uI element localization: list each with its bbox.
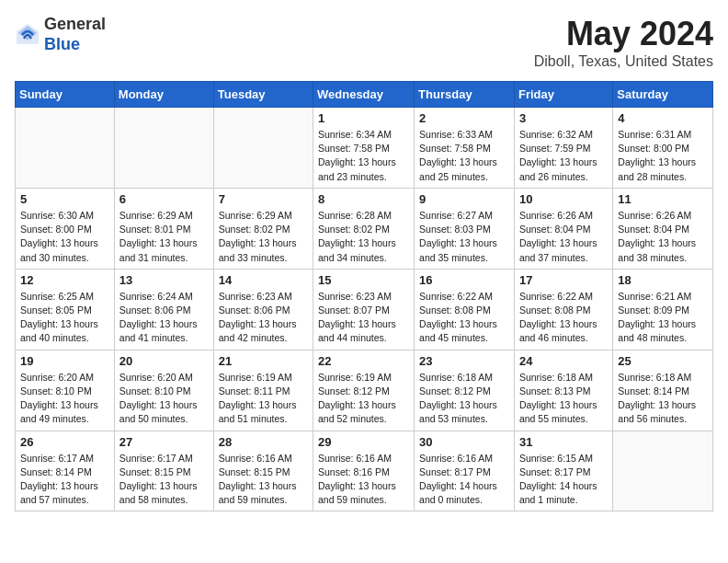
- weekday-header-saturday: Saturday: [613, 82, 713, 108]
- calendar-cell: 10Sunrise: 6:26 AMSunset: 8:04 PMDayligh…: [514, 188, 612, 269]
- day-number: 2: [419, 111, 509, 125]
- calendar-cell: 14Sunrise: 6:23 AMSunset: 8:06 PMDayligh…: [213, 269, 313, 350]
- calendar-cell: 3Sunrise: 6:32 AMSunset: 7:59 PMDaylight…: [514, 108, 612, 189]
- calendar-cell: 11Sunrise: 6:26 AMSunset: 8:04 PMDayligh…: [613, 188, 713, 269]
- day-info: Sunrise: 6:19 AMSunset: 8:11 PMDaylight:…: [219, 371, 308, 427]
- calendar-week-1: 1Sunrise: 6:34 AMSunset: 7:58 PMDaylight…: [16, 108, 713, 189]
- title-block: May 2024 Diboll, Texas, United States: [534, 15, 713, 70]
- calendar-cell: 19Sunrise: 6:20 AMSunset: 8:10 PMDayligh…: [16, 350, 115, 431]
- calendar-cell: 28Sunrise: 6:16 AMSunset: 8:15 PMDayligh…: [213, 431, 313, 511]
- day-number: 24: [519, 354, 608, 368]
- day-info: Sunrise: 6:29 AMSunset: 8:01 PMDaylight:…: [119, 209, 209, 265]
- day-number: 13: [119, 273, 209, 287]
- weekday-header-row: SundayMondayTuesdayWednesdayThursdayFrid…: [16, 82, 713, 108]
- day-number: 17: [519, 273, 608, 287]
- day-info: Sunrise: 6:33 AMSunset: 7:58 PMDaylight:…: [419, 128, 509, 184]
- day-number: 11: [618, 192, 708, 206]
- day-info: Sunrise: 6:22 AMSunset: 8:08 PMDaylight:…: [519, 290, 608, 346]
- day-number: 20: [119, 354, 209, 368]
- page-header: General Blue May 2024 Diboll, Texas, Uni…: [15, 15, 713, 70]
- day-number: 7: [219, 192, 308, 206]
- day-info: Sunrise: 6:18 AMSunset: 8:13 PMDaylight:…: [519, 371, 608, 427]
- day-number: 28: [219, 435, 308, 449]
- day-number: 3: [519, 111, 608, 125]
- day-info: Sunrise: 6:16 AMSunset: 8:15 PMDaylight:…: [219, 452, 308, 508]
- day-number: 8: [318, 192, 409, 206]
- day-info: Sunrise: 6:20 AMSunset: 8:10 PMDaylight:…: [20, 371, 109, 427]
- day-number: 30: [419, 435, 509, 449]
- day-info: Sunrise: 6:18 AMSunset: 8:12 PMDaylight:…: [419, 371, 509, 427]
- logo-text: General Blue: [44, 15, 106, 54]
- day-info: Sunrise: 6:31 AMSunset: 8:00 PMDaylight:…: [618, 128, 708, 184]
- day-info: Sunrise: 6:32 AMSunset: 7:59 PMDaylight:…: [519, 128, 608, 184]
- calendar-cell: 16Sunrise: 6:22 AMSunset: 8:08 PMDayligh…: [415, 269, 515, 350]
- day-number: 25: [618, 354, 708, 368]
- day-info: Sunrise: 6:21 AMSunset: 8:09 PMDaylight:…: [618, 290, 708, 346]
- calendar-cell: [613, 431, 713, 511]
- location: Diboll, Texas, United States: [534, 53, 713, 70]
- calendar-week-3: 12Sunrise: 6:25 AMSunset: 8:05 PMDayligh…: [16, 269, 713, 350]
- day-number: 31: [519, 435, 608, 449]
- calendar-cell: [114, 108, 213, 189]
- day-number: 26: [20, 435, 109, 449]
- day-number: 23: [419, 354, 509, 368]
- calendar-cell: 9Sunrise: 6:27 AMSunset: 8:03 PMDaylight…: [415, 188, 515, 269]
- calendar-table: SundayMondayTuesdayWednesdayThursdayFrid…: [15, 81, 713, 511]
- calendar-cell: 26Sunrise: 6:17 AMSunset: 8:14 PMDayligh…: [16, 431, 115, 511]
- calendar-cell: 4Sunrise: 6:31 AMSunset: 8:00 PMDaylight…: [613, 108, 713, 189]
- day-info: Sunrise: 6:25 AMSunset: 8:05 PMDaylight:…: [20, 290, 109, 346]
- logo: General Blue: [15, 15, 106, 54]
- logo-icon: [15, 22, 40, 48]
- calendar-cell: 7Sunrise: 6:29 AMSunset: 8:02 PMDaylight…: [213, 188, 313, 269]
- calendar-week-2: 5Sunrise: 6:30 AMSunset: 8:00 PMDaylight…: [16, 188, 713, 269]
- calendar-cell: 13Sunrise: 6:24 AMSunset: 8:06 PMDayligh…: [114, 269, 213, 350]
- day-info: Sunrise: 6:15 AMSunset: 8:17 PMDaylight:…: [519, 452, 608, 508]
- day-info: Sunrise: 6:23 AMSunset: 8:07 PMDaylight:…: [318, 290, 409, 346]
- calendar-cell: 20Sunrise: 6:20 AMSunset: 8:10 PMDayligh…: [114, 350, 213, 431]
- calendar-cell: 8Sunrise: 6:28 AMSunset: 8:02 PMDaylight…: [313, 188, 415, 269]
- calendar-week-4: 19Sunrise: 6:20 AMSunset: 8:10 PMDayligh…: [16, 350, 713, 431]
- day-info: Sunrise: 6:26 AMSunset: 8:04 PMDaylight:…: [519, 209, 608, 265]
- day-info: Sunrise: 6:16 AMSunset: 8:16 PMDaylight:…: [318, 452, 409, 508]
- weekday-header-monday: Monday: [114, 82, 213, 108]
- calendar-cell: 29Sunrise: 6:16 AMSunset: 8:16 PMDayligh…: [313, 431, 415, 511]
- day-info: Sunrise: 6:28 AMSunset: 8:02 PMDaylight:…: [318, 209, 409, 265]
- weekday-header-thursday: Thursday: [415, 82, 515, 108]
- calendar-cell: 21Sunrise: 6:19 AMSunset: 8:11 PMDayligh…: [213, 350, 313, 431]
- calendar-cell: 12Sunrise: 6:25 AMSunset: 8:05 PMDayligh…: [16, 269, 115, 350]
- calendar-cell: 5Sunrise: 6:30 AMSunset: 8:00 PMDaylight…: [16, 188, 115, 269]
- day-number: 22: [318, 354, 409, 368]
- day-number: 9: [419, 192, 509, 206]
- day-number: 29: [318, 435, 409, 449]
- calendar-week-5: 26Sunrise: 6:17 AMSunset: 8:14 PMDayligh…: [16, 431, 713, 511]
- day-number: 16: [419, 273, 509, 287]
- day-info: Sunrise: 6:29 AMSunset: 8:02 PMDaylight:…: [219, 209, 308, 265]
- calendar-cell: 25Sunrise: 6:18 AMSunset: 8:14 PMDayligh…: [613, 350, 713, 431]
- day-number: 6: [119, 192, 209, 206]
- calendar-cell: 30Sunrise: 6:16 AMSunset: 8:17 PMDayligh…: [415, 431, 515, 511]
- calendar-cell: 31Sunrise: 6:15 AMSunset: 8:17 PMDayligh…: [514, 431, 612, 511]
- day-number: 12: [20, 273, 109, 287]
- calendar-cell: [213, 108, 313, 189]
- day-info: Sunrise: 6:30 AMSunset: 8:00 PMDaylight:…: [20, 209, 109, 265]
- calendar-cell: 2Sunrise: 6:33 AMSunset: 7:58 PMDaylight…: [415, 108, 515, 189]
- day-info: Sunrise: 6:26 AMSunset: 8:04 PMDaylight:…: [618, 209, 708, 265]
- day-info: Sunrise: 6:22 AMSunset: 8:08 PMDaylight:…: [419, 290, 509, 346]
- day-info: Sunrise: 6:34 AMSunset: 7:58 PMDaylight:…: [318, 128, 409, 184]
- day-info: Sunrise: 6:24 AMSunset: 8:06 PMDaylight:…: [119, 290, 209, 346]
- month-title: May 2024: [534, 15, 713, 53]
- day-number: 18: [618, 273, 708, 287]
- day-number: 27: [119, 435, 209, 449]
- day-info: Sunrise: 6:27 AMSunset: 8:03 PMDaylight:…: [419, 209, 509, 265]
- day-number: 5: [20, 192, 109, 206]
- day-number: 15: [318, 273, 409, 287]
- calendar-cell: 27Sunrise: 6:17 AMSunset: 8:15 PMDayligh…: [114, 431, 213, 511]
- calendar-cell: 1Sunrise: 6:34 AMSunset: 7:58 PMDaylight…: [313, 108, 415, 189]
- weekday-header-sunday: Sunday: [16, 82, 115, 108]
- weekday-header-friday: Friday: [514, 82, 612, 108]
- day-info: Sunrise: 6:16 AMSunset: 8:17 PMDaylight:…: [419, 452, 509, 508]
- calendar-cell: 22Sunrise: 6:19 AMSunset: 8:12 PMDayligh…: [313, 350, 415, 431]
- day-number: 4: [618, 111, 708, 125]
- calendar-cell: 6Sunrise: 6:29 AMSunset: 8:01 PMDaylight…: [114, 188, 213, 269]
- day-info: Sunrise: 6:17 AMSunset: 8:15 PMDaylight:…: [119, 452, 209, 508]
